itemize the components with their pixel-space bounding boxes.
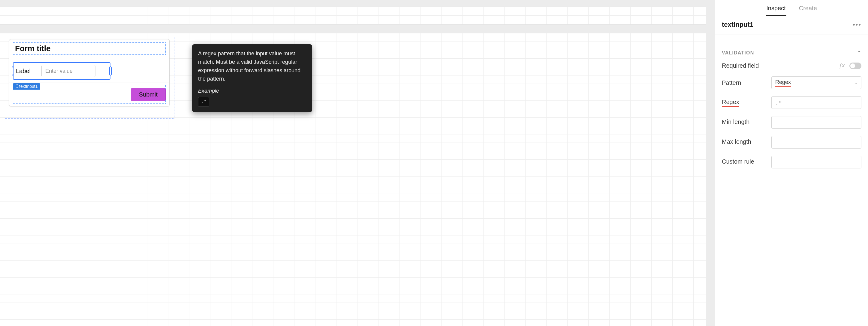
canvas-area[interactable]: Form title Label ⠿ textInput1 Submit xyxy=(0,0,715,326)
section-validation-title: VALIDATION xyxy=(722,50,754,56)
form-container[interactable]: Form title Label ⠿ textInput1 Submit xyxy=(9,39,169,106)
input-max-length[interactable] xyxy=(771,136,861,148)
form-header: Form title xyxy=(9,39,169,59)
form-body: Label ⠿ textInput1 xyxy=(9,59,169,82)
component-name[interactable]: textInput1 xyxy=(722,21,753,29)
text-input-field[interactable] xyxy=(41,65,95,77)
section-validation-header[interactable]: VALIDATION ⌃ xyxy=(715,43,868,59)
tooltip-example-value: .* xyxy=(198,97,209,107)
component-header: textInput1 ••• xyxy=(715,16,868,35)
toggle-required-field[interactable] xyxy=(849,62,861,69)
input-custom-rule[interactable] xyxy=(771,156,861,168)
row-pattern: Pattern Regex ⌄ xyxy=(715,73,868,92)
row-required-field: Required field ƒx xyxy=(715,59,868,73)
more-options-icon[interactable]: ••• xyxy=(853,21,861,29)
regex-underline-annotation xyxy=(722,111,806,111)
tooltip-body: A regex pattern that the input value mus… xyxy=(198,50,306,83)
regex-help-tooltip: A regex pattern that the input value mus… xyxy=(192,44,312,112)
tooltip-example-label: Example xyxy=(198,87,306,95)
collapsed-edge xyxy=(772,35,861,43)
chevron-down-icon: ⌄ xyxy=(854,80,858,85)
row-custom-rule: Custom rule xyxy=(715,152,868,172)
text-input-label[interactable]: Label xyxy=(16,68,31,75)
row-regex: Regex .* xyxy=(715,92,868,112)
form-title-selection[interactable]: Form title xyxy=(13,43,166,55)
tab-inspect[interactable]: Inspect xyxy=(766,3,786,16)
text-input-selected[interactable]: Label xyxy=(13,62,111,80)
tab-create[interactable]: Create xyxy=(798,3,817,16)
inspector-tabs: Inspect Create xyxy=(715,0,868,16)
label-max-length: Max length xyxy=(722,138,751,146)
fx-icon[interactable]: ƒx xyxy=(839,62,845,69)
canvas-grid-main: Form title Label ⠿ textInput1 Submit xyxy=(0,33,706,326)
label-required-field: Required field xyxy=(722,62,759,69)
label-min-length: Min length xyxy=(722,118,749,126)
chevron-up-icon: ⌃ xyxy=(857,50,861,56)
form-footer: Submit xyxy=(9,82,169,106)
row-min-length: Min length xyxy=(715,112,868,132)
form-title[interactable]: Form title xyxy=(15,44,163,53)
row-max-length: Max length xyxy=(715,132,868,152)
resize-handle-right[interactable] xyxy=(109,66,112,76)
label-regex: Regex xyxy=(722,99,739,107)
select-pattern[interactable]: Regex ⌄ xyxy=(771,76,861,89)
submit-button[interactable]: Submit xyxy=(131,88,166,101)
canvas-grid-top xyxy=(0,7,706,25)
input-regex[interactable]: .* xyxy=(771,96,861,109)
input-min-length[interactable] xyxy=(771,116,861,129)
label-custom-rule: Custom rule xyxy=(722,158,754,166)
inspector-panel: Inspect Create textInput1 ••• VALIDATION… xyxy=(715,0,868,326)
select-pattern-value: Regex xyxy=(775,79,791,87)
resize-handle-left[interactable] xyxy=(12,66,14,76)
label-pattern: Pattern xyxy=(722,79,741,86)
